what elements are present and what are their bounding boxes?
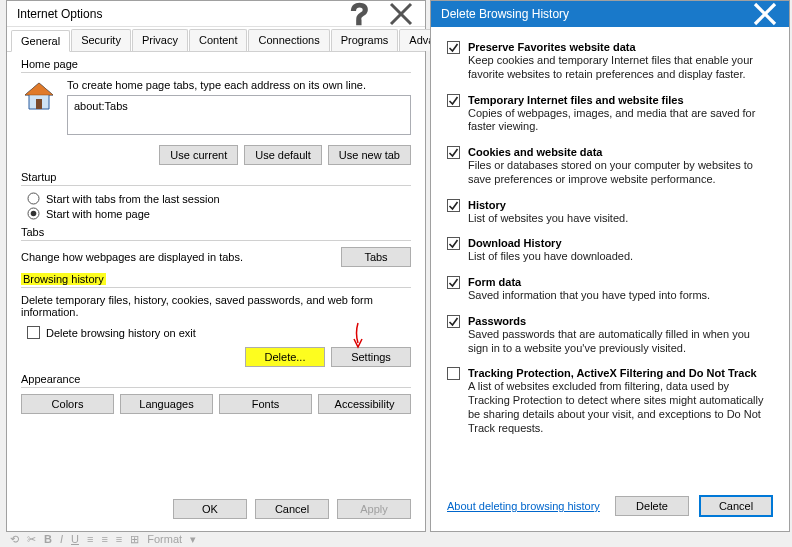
history-settings-button[interactable]: Settings bbox=[331, 347, 411, 367]
use-default-button[interactable]: Use default bbox=[244, 145, 322, 165]
internet-options-dialog: Internet Options ? General Security Priv… bbox=[6, 0, 426, 532]
background-toolbar: ⟲✂BIU≡≡≡⊞Format▾ bbox=[4, 531, 792, 547]
dialog-footer: About deleting browsing history Delete C… bbox=[431, 485, 789, 531]
general-tab-body: Home page To create home page tabs, type… bbox=[7, 52, 425, 487]
option-label: Temporary Internet files and website fil… bbox=[468, 94, 773, 106]
history-option: Download HistoryList of files you have d… bbox=[447, 237, 773, 264]
option-label: Download History bbox=[468, 237, 773, 249]
svg-rect-17 bbox=[448, 277, 460, 289]
svg-rect-15 bbox=[448, 199, 460, 211]
home-icon bbox=[21, 79, 57, 115]
checkbox[interactable] bbox=[447, 146, 460, 159]
history-option: PasswordsSaved passwords that are automa… bbox=[447, 315, 773, 356]
startup-section: Startup Start with tabs from the last se… bbox=[21, 171, 411, 220]
cancel-button[interactable]: Cancel bbox=[255, 499, 329, 519]
checkbox[interactable] bbox=[447, 367, 460, 380]
arrow-annotation bbox=[349, 321, 367, 351]
tab-strip: General Security Privacy Content Connect… bbox=[7, 27, 425, 52]
option-description: List of websites you have visited. bbox=[468, 212, 773, 226]
use-current-button[interactable]: Use current bbox=[159, 145, 238, 165]
option-label: Form data bbox=[468, 276, 773, 288]
cancel-button[interactable]: Cancel bbox=[699, 495, 773, 517]
window-title: Delete Browsing History bbox=[441, 7, 745, 21]
option-description: Files or databases stored on your comput… bbox=[468, 159, 773, 187]
homepage-label: Home page bbox=[21, 58, 411, 72]
history-option: Form dataSaved information that you have… bbox=[447, 276, 773, 303]
checkbox[interactable] bbox=[447, 41, 460, 54]
tab-content[interactable]: Content bbox=[189, 29, 248, 51]
option-description: Saved information that you have typed in… bbox=[468, 289, 773, 303]
fonts-button[interactable]: Fonts bbox=[219, 394, 312, 414]
history-text: Delete temporary files, history, cookies… bbox=[21, 294, 411, 318]
browsing-history-label: Browsing history bbox=[21, 273, 411, 287]
svg-rect-4 bbox=[36, 99, 42, 109]
title-bar: Internet Options ? bbox=[7, 1, 425, 27]
use-new-tab-button[interactable]: Use new tab bbox=[328, 145, 411, 165]
history-option: Temporary Internet files and website fil… bbox=[447, 94, 773, 135]
history-option: HistoryList of websites you have visited… bbox=[447, 199, 773, 226]
homepage-section: Home page To create home page tabs, type… bbox=[21, 58, 411, 165]
tabs-section: Tabs Change how webpages are displayed i… bbox=[21, 226, 411, 267]
delete-history-button[interactable]: Delete... bbox=[245, 347, 325, 367]
title-bar: Delete Browsing History bbox=[431, 1, 789, 27]
svg-point-6 bbox=[28, 193, 39, 204]
appearance-label: Appearance bbox=[21, 373, 411, 387]
about-link[interactable]: About deleting browsing history bbox=[447, 500, 605, 512]
window-title: Internet Options bbox=[17, 7, 341, 21]
accessibility-button[interactable]: Accessibility bbox=[318, 394, 411, 414]
option-label: Passwords bbox=[468, 315, 773, 327]
checkbox[interactable] bbox=[447, 199, 460, 212]
tab-connections[interactable]: Connections bbox=[248, 29, 329, 51]
checkbox-label: Delete browsing history on exit bbox=[46, 327, 196, 339]
option-description: Saved passwords that are automatically f… bbox=[468, 328, 773, 356]
tab-security[interactable]: Security bbox=[71, 29, 131, 51]
tab-privacy[interactable]: Privacy bbox=[132, 29, 188, 51]
svg-rect-19 bbox=[448, 368, 460, 380]
history-option: Preserve Favorites website dataKeep cook… bbox=[447, 41, 773, 82]
options-list: Preserve Favorites website dataKeep cook… bbox=[431, 27, 789, 485]
checkbox[interactable] bbox=[447, 315, 460, 328]
apply-button[interactable]: Apply bbox=[337, 499, 411, 519]
checkbox[interactable] bbox=[447, 276, 460, 289]
option-description: List of files you have downloaded. bbox=[468, 250, 773, 264]
tab-general[interactable]: General bbox=[11, 30, 70, 52]
option-description: Copies of webpages, images, and media th… bbox=[468, 107, 773, 135]
svg-point-8 bbox=[31, 211, 37, 217]
option-description: A list of websites excluded from filteri… bbox=[468, 380, 773, 435]
svg-rect-9 bbox=[28, 327, 40, 339]
checkbox[interactable] bbox=[447, 94, 460, 107]
homepage-instruction: To create home page tabs, type each addr… bbox=[67, 79, 411, 91]
appearance-section: Appearance Colors Languages Fonts Access… bbox=[21, 373, 411, 414]
languages-button[interactable]: Languages bbox=[120, 394, 213, 414]
tabs-text: Change how webpages are displayed in tab… bbox=[21, 251, 341, 263]
homepage-url-input[interactable] bbox=[67, 95, 411, 135]
close-button[interactable] bbox=[381, 3, 421, 25]
colors-button[interactable]: Colors bbox=[21, 394, 114, 414]
svg-text:?: ? bbox=[351, 0, 368, 30]
svg-rect-16 bbox=[448, 238, 460, 250]
startup-last-session-radio[interactable]: Start with tabs from the last session bbox=[27, 192, 411, 205]
delete-button[interactable]: Delete bbox=[615, 496, 689, 516]
radio-label: Start with tabs from the last session bbox=[46, 193, 220, 205]
tab-programs[interactable]: Programs bbox=[331, 29, 399, 51]
svg-marker-5 bbox=[25, 83, 53, 95]
option-label: Preserve Favorites website data bbox=[468, 41, 773, 53]
tabs-label: Tabs bbox=[21, 226, 411, 240]
option-label: Cookies and website data bbox=[468, 146, 773, 158]
close-button[interactable] bbox=[745, 3, 785, 25]
radio-label: Start with home page bbox=[46, 208, 150, 220]
help-button[interactable]: ? bbox=[341, 3, 381, 25]
svg-rect-14 bbox=[448, 147, 460, 159]
history-option: Tracking Protection, ActiveX Filtering a… bbox=[447, 367, 773, 435]
dialog-footer: OK Cancel Apply bbox=[7, 487, 425, 531]
delete-browsing-history-dialog: Delete Browsing History Preserve Favorit… bbox=[430, 0, 790, 532]
option-description: Keep cookies and temporary Internet file… bbox=[468, 54, 773, 82]
startup-home-page-radio[interactable]: Start with home page bbox=[27, 207, 411, 220]
option-label: Tracking Protection, ActiveX Filtering a… bbox=[468, 367, 773, 379]
ok-button[interactable]: OK bbox=[173, 499, 247, 519]
option-label: History bbox=[468, 199, 773, 211]
checkbox[interactable] bbox=[447, 237, 460, 250]
history-option: Cookies and website dataFiles or databas… bbox=[447, 146, 773, 187]
browsing-history-section: Browsing history Delete temporary files,… bbox=[21, 273, 411, 367]
tabs-button[interactable]: Tabs bbox=[341, 247, 411, 267]
